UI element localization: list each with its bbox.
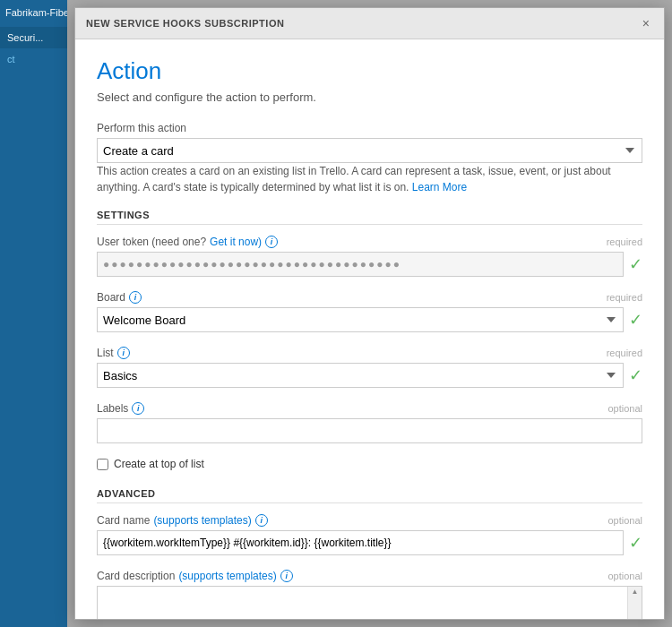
board-select-wrapper: Welcome Board ✓ [97,307,642,332]
board-label: Board [97,291,125,304]
card-desc-supports-link[interactable]: (supports templates) [178,570,276,582]
page-subtitle: Select and configure the action to perfo… [97,90,642,104]
card-desc-optional-tag: optional [607,571,642,581]
card-desc-label-row: Card description (supports templates) i … [97,570,642,582]
action-description: This action creates a card on an existin… [97,163,642,195]
board-field-group: Board i required Welcome Board ✓ [97,291,642,332]
board-label-left: Board i [97,291,142,304]
token-info-icon[interactable]: i [265,236,278,248]
checkbox-label: Create at top of list [114,458,204,470]
advanced-heading: ADVANCED [97,488,642,503]
get-it-now-link[interactable]: Get it now) [210,236,262,248]
card-name-field-group: Card name (supports templates) i optiona… [97,514,642,555]
board-required-tag: required [607,292,642,303]
labels-input[interactable] [97,418,642,443]
labels-field-group: Labels i optional [97,402,642,443]
card-desc-field-group: Card description (supports templates) i … [97,570,642,619]
token-check-icon: ✓ [629,254,642,274]
labels-info-icon[interactable]: i [132,402,144,415]
list-label-row: List i required [97,347,642,359]
list-required-tag: required [607,348,642,358]
scroll-up-arrow[interactable]: ▲ [632,588,639,596]
modal-close-button[interactable]: × [639,15,653,31]
card-name-optional-tag: optional [607,515,642,526]
card-name-input-row: ✓ [97,530,642,555]
card-desc-scrollbar: ▲ ▼ [627,587,642,619]
top-of-list-checkbox[interactable] [97,459,108,470]
card-name-label: Card name [97,514,150,527]
card-name-supports-link[interactable]: (supports templates) [153,514,251,527]
modal-header: NEW SERVICE HOOKS SUBSCRIPTION × [75,8,664,39]
board-label-row: Board i required [97,291,642,304]
labels-optional-tag: optional [607,403,642,414]
checkbox-row: Create at top of list [97,458,642,470]
card-desc-label: Card description [97,570,175,582]
token-field-group: User token (need one? Get it now) i requ… [97,236,642,277]
board-select[interactable]: Welcome Board [97,307,624,332]
token-label-row: User token (need one? Get it now) i requ… [97,236,642,248]
list-label: List [97,347,114,359]
list-label-left: List i [97,347,130,359]
sidebar: Fabrikam-Fibe... Securi... ct [0,0,67,627]
list-check-icon: ✓ [629,365,642,385]
card-desc-textarea[interactable] [98,587,642,619]
action-field-group: Perform this action Create a card This a… [97,122,642,195]
list-select-wrapper: Basics ✓ [97,363,642,388]
list-field-group: List i required Basics ✓ [97,347,642,388]
card-name-check-icon: ✓ [629,533,642,553]
labels-label: Labels [97,402,128,415]
action-field-label: Perform this action [97,122,642,134]
card-name-info-icon[interactable]: i [255,514,268,527]
card-name-label-left: Card name (supports templates) i [97,514,268,527]
modal-title: NEW SERVICE HOOKS SUBSCRIPTION [86,18,284,29]
board-check-icon: ✓ [629,310,642,330]
token-label: User token (need one? [97,236,206,248]
action-select[interactable]: Create a card [97,138,642,163]
sidebar-link[interactable]: ct [0,48,67,70]
list-info-icon[interactable]: i [117,347,130,359]
token-required-tag: required [607,236,642,247]
labels-label-left: Labels i [97,402,144,415]
board-info-icon[interactable]: i [129,291,142,304]
modal-dialog: NEW SERVICE HOOKS SUBSCRIPTION × Action … [74,7,665,620]
card-desc-info-icon[interactable]: i [280,570,293,582]
sidebar-header: Fabrikam-Fibe... [0,0,67,25]
learn-more-link[interactable]: Learn More [412,181,467,193]
card-name-label-row: Card name (supports templates) i optiona… [97,514,642,527]
token-input-row: ✓ [97,252,642,277]
list-select[interactable]: Basics [97,363,624,388]
token-input[interactable] [97,252,624,277]
sidebar-nav-item[interactable]: Securi... [0,27,67,48]
modal-overlay: NEW SERVICE HOOKS SUBSCRIPTION × Action … [67,0,672,627]
card-name-input[interactable] [97,530,624,555]
token-label-left: User token (need one? Get it now) i [97,236,278,248]
main-content: NEW SERVICE HOOKS SUBSCRIPTION × Action … [67,0,672,627]
card-desc-textarea-wrapper: ▲ ▼ [97,586,642,619]
modal-body: Action Select and configure the action t… [75,39,664,619]
page-title: Action [97,57,642,85]
labels-label-row: Labels i optional [97,402,642,415]
settings-heading: SETTINGS [97,210,642,225]
card-desc-label-left: Card description (supports templates) i [97,570,293,582]
